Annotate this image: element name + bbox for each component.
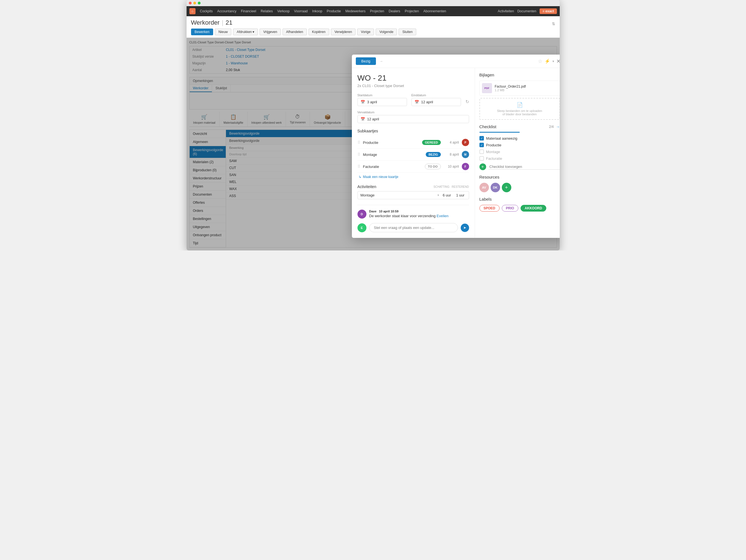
checklist-add-button[interactable]: + <box>480 163 486 170</box>
verwijderen-button[interactable]: Verwijderen <box>331 29 356 35</box>
card-item: ⠿ Facturatie TO DO 10 april F <box>357 161 469 173</box>
checklist-add-input[interactable] <box>488 164 560 170</box>
bewerken-button[interactable]: Bewerken <box>191 29 213 35</box>
nav-relaties[interactable]: Relaties <box>261 9 273 13</box>
page-title-number: 21 <box>226 19 232 26</box>
refresh-icon[interactable]: ↻ <box>465 99 469 104</box>
status-badge[interactable]: Bezig <box>356 57 376 65</box>
new-card-arrow: ↳ <box>358 175 362 179</box>
nav-activiteiten[interactable]: Activiteiten <box>497 9 514 13</box>
resources-section: Resources AVDK+ <box>480 175 560 192</box>
resource-avatar: DK <box>491 183 500 192</box>
nav-medewerkers[interactable]: Medewerkers <box>345 9 366 13</box>
checklist-item-label: Montage <box>486 150 500 154</box>
vorige-button[interactable]: Vorige <box>357 29 374 35</box>
star-icon[interactable]: ☆ <box>538 58 542 64</box>
comment-body: Dave 10 april 10:59 De werkorder staat k… <box>369 209 469 219</box>
home-icon[interactable]: ⌂ <box>190 8 196 14</box>
card-status-badge[interactable]: GEREED <box>422 140 440 145</box>
checklist-item-label: Productie <box>486 143 501 147</box>
act-dropdown-icon[interactable]: ▾ <box>437 193 439 197</box>
page-title: Werkorder | 21 <box>191 19 233 26</box>
nav-projecten1[interactable]: Projecten <box>370 9 384 13</box>
checklist-fraction: 2/4 <box>549 125 554 129</box>
upload-area[interactable]: 📄 Sleep bestanden om te uploadenof blade… <box>480 98 560 120</box>
nav-projecten2[interactable]: Projecten <box>405 9 419 13</box>
nav-accountancy[interactable]: Accountancy <box>217 9 237 13</box>
checkbox-icon[interactable]: ✓ <box>480 136 484 140</box>
labels-title: Labels <box>480 197 560 201</box>
nav-verkoop[interactable]: Verkoop <box>277 9 289 13</box>
checkbox-icon[interactable]: ✓ <box>480 143 484 147</box>
close-dot[interactable] <box>189 2 192 4</box>
send-button[interactable]: ➤ <box>461 224 469 232</box>
nav-documenten[interactable]: Documenten <box>517 9 536 13</box>
nav-inkoop[interactable]: Inkoop <box>312 9 322 13</box>
comment-text: De werkorder staat klaar voor verzending… <box>369 214 469 218</box>
drag-icon: ⠿ <box>357 152 360 157</box>
comment-mention[interactable]: Evelien <box>437 214 449 218</box>
card-avatar: F <box>462 163 469 170</box>
vervaldatum-label: Vervaldatum <box>357 111 469 114</box>
comment-item: D Dave 10 april 10:59 De werkorder staat… <box>357 209 469 219</box>
add-resource-button[interactable]: + <box>502 183 511 192</box>
vrijgeven-button[interactable]: Vrijgeven <box>260 29 281 35</box>
checkbox-icon[interactable] <box>480 149 484 154</box>
nav-productie[interactable]: Productie <box>327 9 341 13</box>
labels-row: SPOEDPRIOAKKOORD <box>480 205 560 212</box>
label-tag[interactable]: PRIO <box>502 205 518 212</box>
nav-abonnementen[interactable]: Abonnementen <box>424 9 446 13</box>
act-montage-name: Montage <box>361 193 435 197</box>
modal-close-button[interactable]: ✕ <box>556 58 560 64</box>
card-status-badge[interactable]: TO DO <box>425 164 441 169</box>
activiteiten-section: Activiteiten SCHATTING RESTEREND Montage… <box>357 185 469 199</box>
nieuw-button[interactable]: Nieuw <box>215 29 231 35</box>
sort-icon[interactable]: ⇅ <box>552 22 555 26</box>
startdatum-input[interactable]: 📅 3 april <box>357 98 407 106</box>
card-name: Facturatie <box>363 165 422 169</box>
nav-dealers[interactable]: Dealers <box>389 9 400 13</box>
comment-timestamp: 10 april 10:59 <box>379 209 399 213</box>
checkbox-icon[interactable] <box>480 156 484 161</box>
afdrukken-button[interactable]: Afdrukken▾ <box>233 29 258 35</box>
resources-avatars: AVDK+ <box>480 183 560 192</box>
einddatum-input[interactable]: 📅 12 april <box>411 98 461 106</box>
comment-input[interactable] <box>369 223 458 232</box>
comment-avatar: D <box>357 209 367 219</box>
einddatum-field: Einddatum 📅 12 april <box>411 93 461 106</box>
card-status-badge[interactable]: BEZIG <box>426 152 441 157</box>
toolbar: Bewerken Nieuw Afdrukken▾ Vrijgeven Afha… <box>191 29 555 37</box>
einddatum-label: Einddatum <box>411 93 461 97</box>
afhandelen-button[interactable]: Afhandelen <box>283 29 307 35</box>
vervaldatum-input[interactable]: 📅 12 april <box>357 115 469 123</box>
page-content: CL01-Closet Type Dorset-Closet Type Dors… <box>186 38 560 250</box>
modal-body: WO - 21 2x CL01 - Closet type Dorset Sta… <box>352 68 560 238</box>
comment-author: Dave <box>369 209 376 213</box>
volgende-button[interactable]: Volgende <box>376 29 397 35</box>
resterend-label: RESTEREND <box>452 185 469 188</box>
cards-list: ⠿ Productie GEREED 4 april P ⠿ Montage B… <box>357 137 469 173</box>
bijlagen-title: Bijlagen <box>480 73 560 77</box>
sluiten-button[interactable]: Sluiten <box>399 29 416 35</box>
checklist-item-label: Materiaal aanwezig <box>486 136 517 140</box>
calendar3-icon: 📅 <box>361 117 365 121</box>
nav-financieel[interactable]: Financieel <box>241 9 256 13</box>
card-avatar: P <box>462 139 469 146</box>
kopieren-button[interactable]: Kopiëren <box>309 29 329 35</box>
lightning-icon[interactable]: ⚡ <box>545 58 550 64</box>
nav-cockpits[interactable]: Cockpits <box>200 9 213 13</box>
date-row-2: Vervaldatum 📅 12 april <box>357 111 469 123</box>
checklist-item-label: Facturatie <box>486 157 503 161</box>
nav-voorraad[interactable]: Voorraad <box>294 9 308 13</box>
maximize-dot[interactable] <box>198 2 201 4</box>
label-tag[interactable]: SPOED <box>480 205 499 212</box>
minimize-dot[interactable] <box>193 2 196 4</box>
checklist-arrow-icon[interactable]: → <box>556 124 560 129</box>
checklist-title: Checklist <box>480 124 496 129</box>
page-header: Werkorder | 21 ⇅ Bewerken Nieuw Afdrukke… <box>186 16 560 38</box>
label-tag[interactable]: AKKOORD <box>521 205 546 212</box>
checklist-item: Montage <box>480 149 560 154</box>
startdatum-label: Startdatum <box>357 93 407 97</box>
chevron-down-icon[interactable]: ▾ <box>552 59 554 63</box>
new-card-link[interactable]: ↳ Maak een nieuw kaartje <box>357 175 469 179</box>
